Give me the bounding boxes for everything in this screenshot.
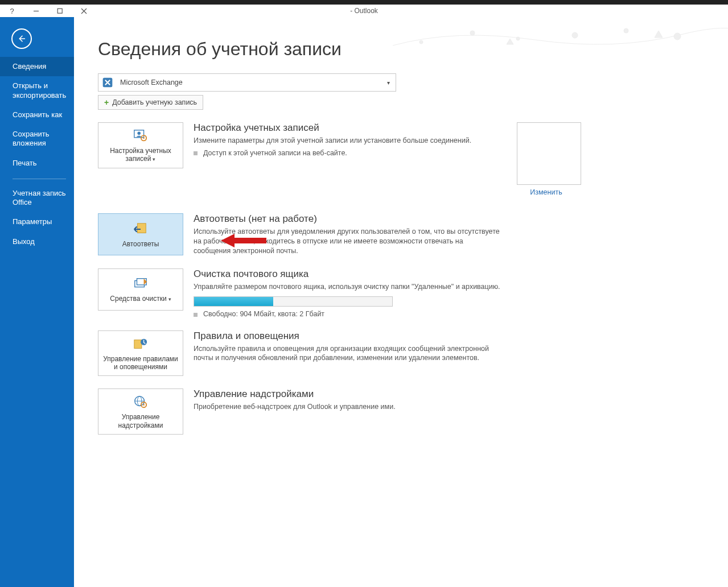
- bullet-square-icon: [194, 151, 198, 155]
- sidebar-item-open-export[interactable]: Открыть и экспортировать: [0, 76, 74, 105]
- svg-rect-20: [134, 340, 142, 348]
- profile-photo-block: Изменить: [511, 122, 581, 196]
- account-settings-desc: Измените параметры для этой учетной запи…: [194, 136, 501, 146]
- window-controls: ?: [0, 5, 96, 17]
- sidebar-item-print[interactable]: Печать: [0, 154, 74, 173]
- minimize-button[interactable]: [24, 5, 48, 17]
- rules-heading: Правила и оповещения: [194, 330, 501, 342]
- sidebar-item-info[interactable]: Сведения: [0, 57, 74, 76]
- svg-rect-1: [57, 9, 62, 13]
- addins-icon: [132, 395, 149, 410]
- auto-replies-tile-label: Автоответы: [122, 240, 159, 248]
- addins-heading: Управление надстройками: [194, 388, 501, 400]
- sidebar-item-office-account[interactable]: Учетная запись Office: [0, 184, 74, 213]
- svg-point-26: [143, 404, 145, 406]
- sidebar-item-options[interactable]: Параметры: [0, 212, 74, 232]
- account-dropdown[interactable]: Microsoft Exchange ▾: [98, 73, 396, 92]
- account-settings-tile-label: Настройка учетных записей: [110, 147, 171, 163]
- storage-bar-fill: [194, 297, 273, 306]
- top-black-strip: [0, 0, 728, 5]
- change-photo-link[interactable]: Изменить: [511, 188, 581, 196]
- cleanup-heading: Очистка почтового ящика: [194, 268, 501, 280]
- account-settings-tile[interactable]: Настройка учетных записей▾: [98, 122, 183, 168]
- page-title: Сведения об учетной записи: [98, 39, 711, 60]
- sidebar-item-save-as[interactable]: Сохранить как: [0, 105, 74, 125]
- sidebar-item-save-attachments[interactable]: Сохранить вложения: [0, 125, 74, 154]
- rules-desc: Используйте правила и оповещения для орг…: [194, 344, 501, 363]
- cleanup-icon: [132, 276, 149, 291]
- rules-alerts-tile[interactable]: Управление правилами и оповещениями: [98, 330, 183, 377]
- auto-replies-desc: Используйте автоответы для уведомления д…: [194, 227, 501, 256]
- maximize-button[interactable]: [48, 5, 72, 17]
- account-settings-heading: Настройка учетных записей: [194, 122, 501, 134]
- cleanup-tools-tile[interactable]: Средства очистки▾: [98, 268, 183, 311]
- help-button[interactable]: ?: [0, 5, 24, 17]
- svg-point-9: [624, 28, 628, 33]
- svg-rect-16: [137, 224, 146, 233]
- person-gear-icon: [132, 129, 149, 143]
- auto-replies-tile[interactable]: Автоответы: [98, 213, 183, 255]
- window-title: - Outlook: [0, 7, 728, 15]
- chevron-down-icon: ▾: [153, 156, 155, 162]
- sidebar-item-exit[interactable]: Выход: [0, 232, 74, 251]
- exchange-icon: [102, 77, 113, 88]
- chevron-down-icon: ▾: [387, 80, 390, 86]
- chevron-down-icon: ▾: [168, 296, 171, 302]
- add-account-button[interactable]: + Добавить учетную запись: [98, 95, 203, 110]
- close-button[interactable]: [72, 5, 96, 17]
- cleanup-tools-tile-label: Средства очистки: [110, 295, 166, 303]
- bullet-square-icon: [194, 313, 198, 317]
- manage-addins-tile[interactable]: Управление надстройками: [98, 388, 183, 435]
- back-button[interactable]: [11, 28, 32, 49]
- sidebar-divider: [13, 179, 66, 179]
- svg-point-15: [143, 137, 145, 139]
- profile-photo-placeholder: [517, 122, 581, 185]
- rules-icon: [132, 337, 149, 352]
- backstage-sidebar: Сведения Открыть и экспортировать Сохран…: [0, 17, 74, 587]
- auto-reply-icon: [132, 222, 149, 237]
- plus-icon: +: [104, 98, 109, 106]
- svg-point-8: [572, 32, 578, 38]
- storage-quota-text: Свободно: 904 Мбайт, квота: 2 Гбайт: [203, 310, 324, 318]
- addins-desc: Приобретение веб-надстроек для Outlook и…: [194, 402, 501, 412]
- window-titlebar: - Outlook ?: [0, 5, 728, 17]
- cleanup-desc: Управляйте размером почтового ящика, исп…: [194, 282, 501, 292]
- svg-point-13: [137, 132, 141, 135]
- rules-alerts-tile-label: Управление правилами и оповещениями: [102, 355, 179, 371]
- manage-addins-tile-label: Управление надстройками: [102, 413, 179, 429]
- auto-replies-heading: Автоответы (нет на работе): [194, 213, 501, 225]
- account-web-access-text: Доступ к этой учетной записи на веб-сайт…: [203, 149, 347, 157]
- svg-point-6: [470, 31, 475, 35]
- add-account-label: Добавить учетную запись: [112, 98, 197, 106]
- account-label: Microsoft Exchange: [120, 78, 183, 86]
- main-content: Сведения об учетной записи Microsoft Exc…: [74, 17, 728, 587]
- storage-bar: [194, 296, 393, 307]
